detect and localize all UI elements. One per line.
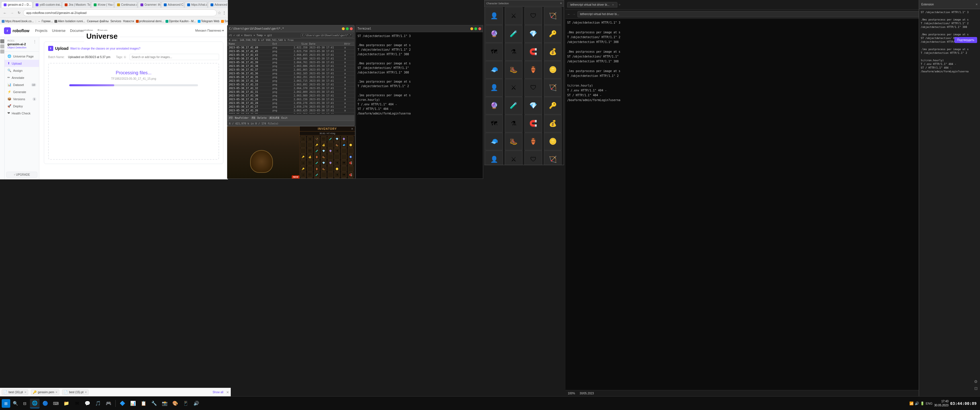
inventory-slot[interactable]: 💰: [307, 178, 313, 179]
inventory-slot[interactable]: 💰: [321, 142, 326, 148]
inventory-slot[interactable]: 🪙: [334, 166, 340, 172]
taskbar-game[interactable]: 🎮: [104, 399, 113, 408]
inventory-slot[interactable]: 🧢: [328, 178, 333, 179]
sidebar-icon-home[interactable]: [0, 39, 4, 43]
tab-cont[interactable]: Continuous assi... ✕: [115, 2, 137, 8]
inventory-slot[interactable]: [334, 154, 340, 160]
inventory-slot[interactable]: [348, 148, 353, 154]
inventory-slot[interactable]: 🧢: [341, 142, 347, 148]
inventory-slot[interactable]: 🛡: [307, 160, 313, 166]
inventory-slot[interactable]: 🗺: [341, 160, 347, 166]
inventory-slot[interactable]: 🧲: [348, 160, 353, 166]
char-slot[interactable]: 🔮: [485, 97, 503, 114]
tab-advc1[interactable]: Advanced C1.1: T... ✕: [161, 2, 184, 8]
char-slot[interactable]: 🗺: [485, 43, 503, 60]
file-item[interactable]: 2023-05-30_17_41_49 png 2,022,358 2023-0…: [228, 46, 355, 49]
char-slot[interactable]: ⚔: [505, 7, 522, 25]
file-item[interactable]: 2023-05-30_17_41_33 png 2,063,891 2023-0…: [228, 83, 355, 87]
char-slot[interactable]: 🪙: [544, 133, 562, 150]
inventory-slot[interactable]: 🛡: [307, 148, 313, 154]
ext-close-icon[interactable]: ✕: [975, 3, 978, 6]
inventory-slot[interactable]: [307, 142, 313, 148]
app-logo[interactable]: r roboflow: [4, 27, 29, 34]
sidebar-item-health-check[interactable]: ❤ Health Check: [5, 110, 39, 117]
inventory-slot[interactable]: 🧪: [314, 172, 320, 178]
inventory-slot[interactable]: 💎: [321, 148, 326, 154]
sidebar-item-generate[interactable]: ⚡ Generate: [5, 88, 39, 95]
char-slot[interactable]: 🏹: [544, 7, 562, 25]
file-item[interactable]: 2023-05-30_17_41_31 png 2,062,009 2023-0…: [228, 90, 355, 94]
char-slot[interactable]: 🔑: [544, 97, 562, 114]
char-slot[interactable]: 🛡: [525, 79, 542, 97]
bookmark-telegram[interactable]: Telegram Web: [198, 20, 220, 23]
inventory-slot[interactable]: 🛡: [321, 136, 326, 142]
char-slot[interactable]: 🛡: [525, 7, 542, 25]
char-window-close[interactable]: ✕: [560, 2, 562, 5]
ext-confirm-button[interactable]: Подтвердить: [955, 37, 977, 43]
taskbar-app2[interactable]: 🔷: [118, 399, 127, 408]
tab-chat[interactable]: https://chat.oper... ✕: [185, 2, 207, 8]
taskbar-app4[interactable]: 📋: [139, 399, 148, 408]
sidebar-item-annotate[interactable]: ✏ Annotate: [5, 74, 39, 81]
inventory-slot[interactable]: 🥾: [321, 154, 326, 160]
tab-todoist[interactable]: Jira | Mastom: Todoist ✕: [62, 2, 91, 8]
term-maximize-icon[interactable]: [474, 27, 477, 30]
inventory-slot[interactable]: [348, 136, 353, 142]
bookmark-scanned[interactable]: Сканные файлы: [87, 20, 108, 23]
inventory-slot[interactable]: 🔮: [328, 160, 333, 166]
fe-maximize-icon[interactable]: [346, 27, 349, 30]
ext-icon-settings[interactable]: ⚙: [974, 379, 978, 384]
tray-volume-icon[interactable]: 🔊: [915, 402, 919, 405]
char-slot[interactable]: 💎: [525, 25, 542, 43]
bookmark-goryaki[interactable]: ← Горяки...: [38, 20, 53, 23]
inventory-slot[interactable]: ⚔: [300, 160, 306, 166]
inventory-slot[interactable]: 🏺: [314, 154, 320, 160]
file-item[interactable]: 2023-05-30_17_41_41 png 2,063,086 2023-0…: [228, 57, 355, 60]
taskbar-app8[interactable]: 📱: [181, 399, 191, 408]
char-slot[interactable]: 🧢: [485, 61, 503, 79]
taskbar-terminal[interactable]: ⌨: [51, 399, 61, 408]
taskbar-spotify[interactable]: 🎵: [93, 399, 103, 408]
show-all-link[interactable]: Show all: [213, 391, 223, 394]
inventory-slot[interactable]: 🧪: [314, 148, 320, 154]
char-slot[interactable]: 🧲: [525, 115, 542, 132]
sidebar-icon-grid[interactable]: [0, 44, 4, 48]
inventory-slot[interactable]: 🔑: [300, 166, 306, 172]
file-item[interactable]: 2023-05-30_17_41_26 png 2,063,425 2023-0…: [228, 109, 355, 113]
inventory-slot[interactable]: [321, 178, 326, 179]
taskbar-explorer[interactable]: 📁: [62, 399, 71, 408]
project-options-icon[interactable]: ⋮: [33, 39, 37, 44]
dl-close-best15[interactable]: ✕: [84, 391, 87, 394]
char-slot[interactable]: 👤: [485, 7, 503, 25]
bookmark-smart[interactable]: Smart Wearable B...: [221, 20, 228, 23]
inventory-slot[interactable]: ⚗: [334, 148, 340, 154]
char-slot[interactable]: 🏹: [544, 151, 562, 165]
tab-notion[interactable]: iKnow | You stu... ✕: [91, 2, 114, 8]
inventory-slot[interactable]: 🔮: [341, 136, 347, 142]
tab-roboflow[interactable]: gerasim-ai-2 – D... ✕: [1, 2, 32, 8]
inventory-slot[interactable]: [314, 178, 320, 179]
sm-address-bar[interactable]: [578, 11, 978, 17]
dl-item-best15[interactable]: 📄 best (15).pt ✕: [62, 389, 89, 395]
tab-roboflow2[interactable]: yol0-custom-trai... ✕: [33, 2, 62, 8]
char-slot[interactable]: 🪙: [544, 61, 562, 79]
char-slot[interactable]: 🔮: [485, 25, 503, 43]
inventory-slot[interactable]: [348, 166, 353, 172]
inventory-slot[interactable]: 🔑: [300, 154, 306, 160]
sidebar-item-upload[interactable]: ⬆ Upload: [5, 60, 39, 67]
tags-input[interactable]: [130, 54, 219, 60]
fk-newfolder[interactable]: F7 NewFolder: [229, 116, 249, 119]
inventory-slot[interactable]: 💰: [307, 154, 313, 160]
inventory-slot[interactable]: ⚗: [334, 160, 340, 166]
fk-exit[interactable]: Alt+F4 Exit: [269, 116, 288, 119]
char-slot[interactable]: ⚔: [505, 79, 522, 97]
char-slot[interactable]: 🏺: [525, 133, 542, 150]
upgrade-button[interactable]: ↑ UPGRADE: [6, 172, 37, 178]
file-item[interactable]: 2023-05-30_17_41_36 png 2,062,165 2023-0…: [228, 72, 355, 75]
bookmark-prof[interactable]: professional demi...: [136, 20, 164, 23]
inventory-slot[interactable]: [328, 154, 333, 160]
dl-close-best16[interactable]: ✕: [24, 391, 27, 394]
file-item[interactable]: 2023-05-30_17_41_39 png 2,064,761 2023-0…: [228, 60, 355, 64]
char-slot[interactable]: 🧢: [485, 133, 503, 150]
inventory-close-icon[interactable]: ✕: [351, 127, 353, 130]
